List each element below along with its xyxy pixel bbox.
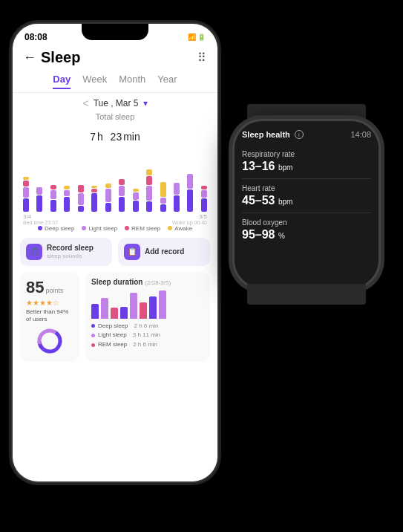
duration-bars [91,289,204,319]
watch-body: Sleep health i 14:08 Respiratory rate 13… [232,119,381,290]
tab-month[interactable]: Month [119,74,145,89]
dur-legend-deep: Deep sleep 2 h 6 min [91,322,204,331]
rem-sleep-label: REM sleep [131,225,160,232]
battery-icon: 🔋 [197,33,206,41]
chart-bar-group [23,177,29,212]
duration-subtitle: (2/28-3/5) [145,279,171,286]
bar-light [23,187,29,198]
phone-screen: 08:08 📶 🔋 ← Sleep ⠿ Day Week Month Year [13,24,217,481]
bar-rem [119,179,125,185]
donut-chart [26,326,73,356]
rem-sleep-dot [125,226,129,230]
duration-title: Sleep duration [91,278,142,286]
points-value: 85 [26,278,44,297]
chart-bar-group [119,179,125,212]
bar-rem [23,181,29,186]
chart-bars [20,152,210,212]
watch-band-bottom [247,284,366,305]
light-sleep-label: Light sleep [88,225,117,232]
action-buttons: 🎵 Record sleep sleep sounds 📋 Add record [13,235,217,269]
tab-day[interactable]: Day [53,74,71,89]
legend-light: Light sleep [82,225,117,232]
dur-bar-light-3 [159,291,166,319]
dur-bar-light-1 [101,298,108,319]
phone-header: ← Sleep ⠿ [13,46,217,71]
bar-awake [91,186,97,188]
bottom-stats: 85 points ★★★★☆ Better than 94% of users [13,269,217,367]
chart-label-right: 3/5 Woke up 06:40 [172,213,207,225]
points-card: 85 points ★★★★☆ Better than 94% of users [20,272,79,363]
dur-legend-rem: REM sleep 2 h 6 min [91,340,204,350]
back-button[interactable]: ← [23,50,36,65]
date-dropdown-icon[interactable]: ▾ [143,98,148,108]
bar-deep [36,195,42,212]
bar-light [160,198,166,204]
page-title: Sleep [41,49,197,66]
deep-sleep-dot [38,226,42,230]
bar-deep [133,201,139,212]
tab-year[interactable]: Year [157,74,177,89]
tab-week[interactable]: Week [82,74,107,89]
status-icons: 📶 🔋 [188,33,206,41]
record-sleep-button[interactable]: 🎵 Record sleep sleep sounds [20,238,112,266]
menu-button[interactable]: ⠿ [197,51,207,65]
bar-light [174,183,180,195]
phone: 08:08 📶 🔋 ← Sleep ⠿ Day Week Month Year [11,22,219,483]
chart-bar-group [201,186,207,212]
watch-stat-respiratory: Respiratory rate 13–16 bpm [242,145,371,179]
bar-rem [91,189,97,192]
watch-header: Sleep health i 14:08 [242,130,371,139]
chart-bar-group [133,189,139,212]
dur-bar-deep-1 [91,304,99,319]
bar-awake [146,169,152,175]
deep-sleep-label: Deep sleep [45,225,74,232]
dur-bar-light-2 [130,293,137,319]
prev-date-button[interactable]: < [82,97,88,109]
watch-screen: Sleep health i 14:08 Respiratory rate 13… [235,121,379,288]
chart-bar-group [64,186,70,212]
dur-legend-light: Light sleep 3 h 11 min [91,331,204,340]
h-label: h [97,131,103,143]
phone-notch [82,24,148,40]
legend-rem: REM sleep [125,225,160,232]
chart-bar-group [50,185,56,212]
legend-awake: Awake [168,225,192,232]
bar-light [119,186,125,196]
wifi-icon: 📶 [188,33,196,41]
bar-light [64,190,70,196]
bar-rem [50,185,56,189]
current-date: Tue , Mar 5 [94,98,139,108]
chart-label-left: 3/4 Bed time 23:07 [23,213,58,225]
status-time: 08:08 [24,32,47,42]
watch-stat-heart: Heart rate 45–53 bpm [242,179,371,213]
total-sleep-label: Total sleep [13,111,217,121]
sleep-hours: 7 [90,131,96,143]
watch-title: Sleep health [242,130,290,139]
add-icon: 📋 [124,244,140,260]
dur-bar-deep-3 [149,296,157,319]
light-sleep-dot [82,226,86,230]
bar-light [78,193,84,205]
bar-light [133,192,139,200]
bar-light [36,187,42,195]
bar-light [50,190,56,199]
bar-deep [23,198,29,212]
bar-deep [78,206,84,212]
add-record-button[interactable]: 📋 Add record [118,238,210,266]
min-label: min [123,131,140,143]
chart-labels: 3/4 Bed time 23:07 3/5 Woke up 06:40 [20,212,210,225]
better-than-text: Better than 94% of users [26,308,73,324]
duration-card: Sleep duration (2/28-3/5) [85,272,210,363]
bar-awake [160,182,166,197]
chart-bar-group [187,174,193,212]
bar-light [105,189,111,202]
awake-dot [168,226,172,230]
add-btn-text: Add record [145,247,184,256]
chart-bar-group [78,185,84,212]
bar-deep [146,201,152,212]
info-icon[interactable]: i [295,130,304,139]
tabs-row: Day Week Month Year [13,71,217,93]
bar-deep [187,189,193,212]
bar-light [146,186,152,201]
bar-rem [78,185,84,192]
